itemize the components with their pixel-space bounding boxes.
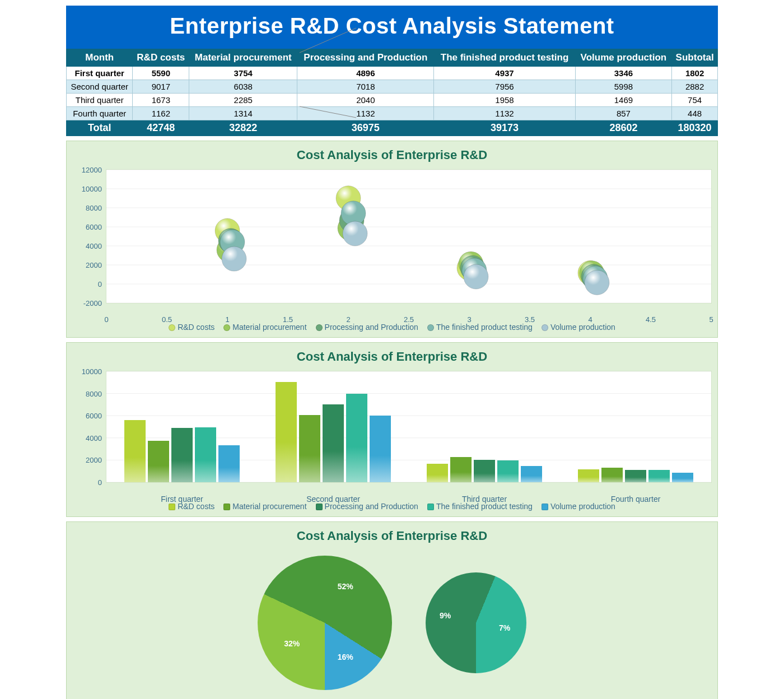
bar	[346, 394, 367, 482]
legend-label: Material procurement	[232, 323, 306, 332]
bar	[299, 415, 320, 482]
legend-swatch-icon	[169, 504, 175, 510]
bubble-chart-plot: -2000020004000600080001000012000 00.511.…	[106, 169, 712, 304]
bubble-point	[343, 221, 367, 246]
bubble-chart-legend: R&D costsMaterial procurementProcessing …	[72, 323, 712, 332]
y-tick: 8000	[86, 389, 102, 398]
x-tick: 2.5	[404, 315, 414, 324]
bubble-point	[585, 270, 609, 295]
bar	[427, 464, 448, 482]
y-tick: 4000	[86, 434, 102, 442]
cell: 1802	[672, 67, 718, 80]
table-header: Subtotal	[672, 49, 718, 67]
bar	[521, 466, 542, 482]
x-category: Third quarter	[462, 495, 507, 504]
legend-label: R&D costs	[178, 323, 214, 332]
legend-swatch-icon	[542, 504, 548, 510]
legend-swatch-icon	[169, 324, 175, 331]
y-tick: 6000	[86, 223, 102, 231]
bar	[648, 470, 670, 482]
y-tick: 8000	[86, 204, 102, 212]
legend-label: Material procurement	[232, 502, 306, 511]
x-tick: 5	[709, 315, 713, 324]
legend-label: The finished product testing	[436, 323, 533, 332]
cell: 448	[672, 107, 718, 120]
legend-label: Volume production	[550, 502, 615, 511]
legend-swatch-icon	[223, 504, 230, 510]
cell: 754	[672, 94, 718, 107]
cell: 2882	[672, 80, 718, 94]
legend-swatch-icon	[316, 504, 323, 510]
y-tick: 6000	[86, 412, 102, 420]
bar	[218, 445, 240, 482]
x-tick: 2	[346, 315, 350, 324]
bar	[171, 428, 193, 482]
legend-item: The finished product testing	[427, 323, 533, 332]
pie-chart-plot: 32%52%16% 9%7%	[72, 550, 712, 693]
pie-slice-label: 7%	[499, 623, 510, 632]
x-category: First quarter	[161, 495, 203, 504]
pie-slice-label: 9%	[440, 611, 451, 620]
y-tick: 10000	[82, 185, 102, 193]
y-tick: -2000	[83, 299, 102, 307]
bar-group	[124, 420, 240, 482]
pie-chart-panel: Cost Analysis of Enterprise R&D 32%52%16…	[66, 521, 718, 699]
bar	[276, 382, 297, 482]
y-tick: 4000	[86, 242, 102, 250]
legend-swatch-icon	[223, 324, 230, 331]
x-tick: 0.5	[162, 315, 172, 324]
pie-slice-label: 52%	[338, 582, 353, 591]
bar	[625, 470, 646, 482]
legend-swatch-icon	[542, 324, 548, 331]
bar	[578, 469, 599, 482]
x-tick: 1.5	[283, 315, 293, 324]
legend-label: Processing and Production	[325, 323, 418, 332]
bar	[195, 427, 216, 482]
bubble-point	[464, 264, 488, 289]
legend-item: Volume production	[542, 502, 615, 511]
x-category: Second quarter	[306, 495, 360, 504]
y-tick: 0	[98, 478, 102, 487]
legend-item: Material procurement	[223, 323, 306, 332]
pie-slice-label: 16%	[338, 653, 353, 661]
x-tick: 3.5	[525, 315, 535, 324]
bar-group	[578, 468, 693, 482]
legend-item: Processing and Production	[316, 323, 418, 332]
bar	[370, 416, 391, 482]
legend-item: Volume production	[542, 323, 615, 332]
y-tick: 0	[98, 280, 102, 288]
bar	[601, 468, 623, 482]
legend-swatch-icon	[427, 504, 434, 510]
bar-chart-plot: 0200040006000800010000 First quarterSeco…	[106, 371, 712, 483]
bar-group	[276, 382, 391, 482]
legend-swatch-icon	[316, 324, 323, 331]
legend-swatch-icon	[427, 324, 434, 331]
total-cell: 180320	[672, 120, 718, 136]
bar	[148, 441, 169, 482]
bar-chart-title: Cost Analysis of Enterprise R&D	[72, 350, 712, 364]
y-tick: 10000	[82, 367, 102, 376]
y-tick: 2000	[86, 456, 102, 464]
legend-label: Volume production	[550, 323, 615, 332]
bubble-chart-panel: Cost Analysis of Enterprise R&D -2000020…	[66, 141, 718, 338]
legend-item: R&D costs	[169, 323, 214, 332]
x-tick: 0	[104, 315, 108, 324]
x-category: Fourth quarter	[611, 495, 661, 504]
bar	[450, 457, 472, 482]
x-tick: 1	[225, 315, 229, 324]
bar	[672, 473, 693, 482]
pie-chart-title: Cost Analysis of Enterprise R&D	[72, 529, 712, 543]
bar-group	[427, 457, 542, 482]
bar	[497, 460, 519, 482]
bubble-chart-title: Cost Analysis of Enterprise R&D	[72, 148, 712, 162]
y-tick: 12000	[82, 166, 102, 174]
legend-item: Material procurement	[223, 502, 306, 511]
y-tick: 2000	[86, 261, 102, 269]
bar	[323, 404, 344, 482]
x-tick: 4	[588, 315, 592, 324]
x-tick: 4.5	[646, 315, 656, 324]
x-tick: 3	[467, 315, 471, 324]
bubble-point	[222, 246, 246, 271]
pie-connector-line	[300, 28, 356, 53]
pie-slice-label: 32%	[284, 639, 300, 648]
